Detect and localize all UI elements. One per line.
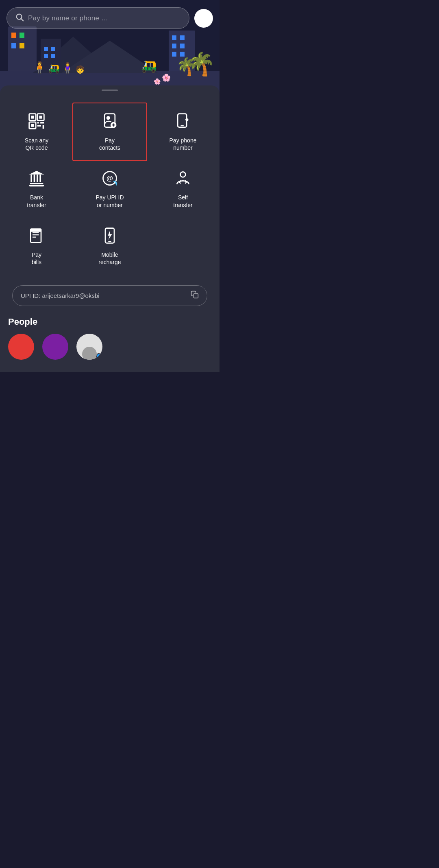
header: Pay by name or phone … [0, 0, 220, 36]
palm-tree-2: 🌴 [176, 58, 197, 75]
person-avatar-1[interactable] [8, 334, 34, 360]
people-section: People [0, 310, 220, 364]
bank-icon [26, 168, 47, 189]
action-pay-bills[interactable]: Paybills [0, 218, 73, 275]
action-scan-qr[interactable]: Scan anyQR code [0, 103, 73, 160]
svg-marker-37 [108, 231, 112, 240]
svg-text:@: @ [106, 175, 113, 182]
svg-rect-10 [37, 125, 41, 127]
person-avatar-3[interactable] [76, 334, 102, 360]
action-self-transfer[interactable]: Selftransfer [146, 160, 220, 217]
search-icon [15, 13, 24, 24]
svg-rect-11 [43, 125, 44, 129]
self-transfer-label: Selftransfer [173, 194, 192, 208]
action-pay-contacts[interactable]: Paycontacts [72, 103, 147, 161]
self-transfer-icon [172, 168, 193, 189]
bottom-sheet: Scan anyQR code Paycontacts [0, 85, 220, 372]
svg-rect-7 [31, 124, 34, 127]
auto-rickshaw: 🛺 [141, 59, 156, 73]
search-placeholder: Pay by name or phone … [28, 14, 108, 22]
svg-rect-9 [40, 122, 44, 124]
pay-bills-label: Paybills [32, 251, 41, 266]
svg-rect-38 [194, 294, 198, 298]
svg-rect-8 [37, 122, 39, 124]
svg-rect-23 [39, 175, 41, 182]
upi-id-text: UPI ID: arijeetsarkar9@oksbi [21, 292, 100, 299]
pay-phone-label: Pay phonenumber [170, 137, 197, 151]
svg-line-1 [21, 19, 23, 21]
pay-contacts-label: Paycontacts [99, 137, 120, 151]
upi-id-bar[interactable]: UPI ID: arijeetsarkar9@oksbi [12, 285, 207, 306]
svg-marker-19 [29, 171, 44, 175]
mobile-recharge-label: Mobilerecharge [98, 251, 121, 266]
svg-rect-22 [37, 175, 38, 182]
svg-point-29 [180, 172, 186, 177]
svg-rect-5 [39, 116, 42, 118]
pay-upi-label: Pay UPI IDor number [96, 194, 124, 208]
svg-rect-3 [31, 116, 34, 118]
decoration: 🌸 [162, 73, 171, 82]
svg-rect-24 [30, 183, 43, 184]
search-bar[interactable]: Pay by name or phone … [7, 7, 189, 29]
blue-dot-badge [96, 353, 102, 359]
svg-rect-13 [106, 116, 110, 120]
contacts-icon [99, 111, 120, 132]
svg-rect-25 [29, 185, 44, 187]
bank-transfer-label: Banktransfer [27, 194, 46, 208]
svg-rect-34 [30, 229, 41, 232]
bills-icon [26, 225, 47, 246]
svg-rect-20 [30, 175, 32, 182]
people-title: People [8, 317, 211, 327]
svg-rect-17 [178, 114, 187, 127]
action-pay-phone[interactable]: Pay phonenumber [146, 103, 220, 160]
upi-icon: @ [99, 168, 120, 189]
person-avatar-2[interactable] [42, 334, 68, 360]
decoration-2: 🌸 [154, 78, 161, 85]
action-grid: Scan anyQR code Paycontacts [0, 99, 220, 279]
people-avatars [8, 334, 211, 360]
action-mobile-recharge[interactable]: Mobilerecharge [73, 218, 146, 275]
action-bank-transfer[interactable]: Banktransfer [0, 160, 73, 217]
qr-icon [26, 111, 47, 132]
sheet-handle [102, 90, 118, 91]
scan-qr-label: Scan anyQR code [25, 137, 48, 151]
svg-rect-21 [34, 175, 35, 182]
copy-icon[interactable] [191, 291, 199, 301]
action-pay-upi[interactable]: @ Pay UPI IDor number [73, 160, 146, 217]
user-avatar[interactable] [194, 9, 213, 28]
illustration-people: 🧍 🛺 🧍‍♀️ 🧒 [33, 62, 85, 73]
phone-pay-icon [172, 111, 193, 132]
recharge-icon [99, 225, 120, 246]
